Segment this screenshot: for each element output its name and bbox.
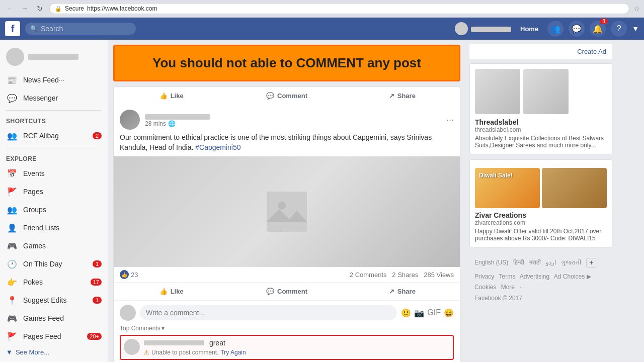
comment-label: Comment bbox=[277, 288, 307, 295]
post-stats: 👍 23 2 Comments 2 Shares 285 Views bbox=[114, 267, 460, 283]
address-bar[interactable]: 🔒 Secure https://www.facebook.com bbox=[49, 3, 629, 14]
top-comment-button[interactable]: 💬 Comment bbox=[229, 89, 344, 103]
profile-nav[interactable] bbox=[455, 22, 511, 35]
ad-image-row bbox=[475, 69, 607, 114]
share-button[interactable]: ↗ Share bbox=[345, 285, 460, 298]
post-hashtag[interactable]: #Capgemini50 bbox=[195, 143, 240, 151]
ad-card-threadslabel: Threadslabel threadslabel.com Absolutely… bbox=[469, 63, 612, 154]
comment-body: great ⚠ Unable to post comment. Try Agai… bbox=[144, 339, 450, 356]
footer-privacy-link[interactable]: Privacy bbox=[474, 273, 494, 280]
add-language-button[interactable]: + bbox=[586, 258, 596, 268]
camera-icon[interactable]: 📷 bbox=[414, 308, 424, 318]
search-bar[interactable]: 🔍 bbox=[25, 23, 136, 35]
groups-icon: 👥 bbox=[6, 204, 18, 216]
sidebar-item-games-feed[interactable]: 🎮 Games Feed bbox=[0, 309, 108, 327]
search-input[interactable] bbox=[41, 25, 126, 33]
help-nav-icon[interactable]: ? bbox=[611, 21, 627, 37]
notifications-nav-icon[interactable]: 🔔 8 bbox=[590, 21, 606, 37]
post-likes: 👍 23 bbox=[120, 270, 138, 279]
error-warning-icon: ⚠ bbox=[144, 349, 149, 356]
sidebar-item-events[interactable]: 📅 Events bbox=[0, 164, 108, 183]
lang-english[interactable]: English (US) bbox=[474, 257, 508, 268]
sticker-icon[interactable]: 😄 bbox=[444, 308, 454, 318]
sidebar-news-feed-section: 📰 News Feed ··· 💬 Messenger bbox=[0, 71, 108, 107]
top-like-button[interactable]: 👍 Like bbox=[114, 89, 229, 103]
rcf-alibag-icon: 👥 bbox=[6, 130, 18, 142]
post-top-actions: 👍 Like 💬 Comment ↗ Share bbox=[114, 87, 460, 105]
lang-hindi[interactable]: हिन्दी bbox=[513, 257, 524, 268]
gif-icon[interactable]: GIF bbox=[427, 308, 441, 318]
ad2-description: Happy Diwali! Offer valid till 20th Oct,… bbox=[475, 228, 607, 242]
news-feed-header: 📰 News Feed ··· bbox=[0, 71, 108, 89]
post-more-button[interactable]: ··· bbox=[446, 115, 454, 125]
footer-cookies-link[interactable]: Cookies bbox=[474, 284, 496, 291]
post-card: 👍 Like 💬 Comment ↗ Share bbox=[113, 86, 460, 362]
sidebar-pages-feed-label: Pages Feed bbox=[23, 332, 82, 340]
sidebar-pokes-label: Pokes bbox=[23, 278, 86, 286]
back-button[interactable]: ← bbox=[4, 3, 15, 14]
sidebar-item-rcf-alibag[interactable]: 👥 RCF Alibag 2 bbox=[0, 127, 108, 145]
create-ad-label: Create Ad bbox=[577, 48, 606, 55]
footer-more-link[interactable]: More bbox=[501, 284, 515, 291]
top-comments-label: Top Comments ▾ bbox=[120, 325, 454, 332]
sidebar-item-games[interactable]: 🎮 Games bbox=[0, 237, 108, 255]
facebook-header: f 🔍 Home 👥 💬 🔔 8 ? ▼ bbox=[0, 18, 644, 40]
footer-terms-link[interactable]: Terms bbox=[499, 273, 515, 280]
news-feed-more-icon[interactable]: ··· bbox=[59, 76, 65, 84]
post-content: Our commitment to ethical practice is on… bbox=[114, 133, 460, 156]
on-this-day-icon: 🕐 bbox=[6, 258, 18, 270]
secure-label: Secure bbox=[65, 5, 84, 12]
comment-bubble-icon: 💬 bbox=[266, 92, 274, 100]
banner-text: You should not able to COMMENT any post bbox=[152, 55, 421, 70]
footer-advertising-link[interactable]: Advertising bbox=[520, 273, 549, 280]
see-more-label: See More... bbox=[16, 348, 49, 356]
left-sidebar: 📰 News Feed ··· 💬 Messenger Shortcuts 👥 … bbox=[0, 40, 108, 362]
friend-lists-icon: 👤 bbox=[6, 222, 18, 234]
comment-user-avatar bbox=[120, 305, 136, 321]
friends-nav-icon[interactable]: 👥 bbox=[547, 21, 564, 37]
lang-marathi[interactable]: मराठी bbox=[529, 257, 541, 268]
create-ad-bar[interactable]: Create Ad bbox=[469, 44, 612, 59]
see-more-button[interactable]: ▼ See More... bbox=[0, 345, 108, 359]
sidebar-item-news-feed[interactable]: 📰 News Feed bbox=[6, 74, 59, 86]
browser-chrome: ← → ↻ 🔒 Secure https://www.facebook.com … bbox=[0, 0, 644, 18]
sidebar-item-friend-lists[interactable]: 👤 Friend Lists bbox=[0, 219, 108, 237]
sidebar-item-groups[interactable]: 👥 Groups bbox=[0, 201, 108, 219]
like-button[interactable]: 👍 Like bbox=[114, 285, 229, 298]
sidebar-item-messenger[interactable]: 💬 Messenger bbox=[0, 89, 108, 107]
profile-avatar bbox=[455, 22, 468, 35]
ad2-title: Zivar Creations bbox=[475, 211, 607, 219]
sidebar-games-label: Games bbox=[23, 242, 102, 250]
profile-name-bar bbox=[471, 25, 511, 33]
home-nav-button[interactable]: Home bbox=[516, 24, 542, 34]
share-label: Share bbox=[397, 288, 416, 295]
sidebar-profile[interactable] bbox=[0, 45, 108, 71]
footer-ad-choices-link[interactable]: Ad Choices ▶ bbox=[554, 273, 591, 280]
like-thumb-icon: 👍 bbox=[159, 92, 168, 100]
sidebar-item-suggest-edits[interactable]: 📍 Suggest Edits 1 bbox=[0, 291, 108, 309]
lang-gujarati[interactable]: ગુજરાતી bbox=[561, 257, 581, 268]
comment-input[interactable]: Write a comment... bbox=[140, 305, 397, 320]
messenger-nav-icon[interactable]: 💬 bbox=[569, 21, 585, 37]
post-author-avatar[interactable] bbox=[120, 110, 140, 130]
forward-button[interactable]: → bbox=[19, 3, 30, 14]
lang-urdu[interactable]: اردو bbox=[546, 257, 556, 268]
header-dropdown-button[interactable]: ▼ bbox=[632, 25, 639, 33]
reload-button[interactable]: ↻ bbox=[34, 3, 45, 14]
pokes-badge: 17 bbox=[91, 279, 102, 286]
comment-button[interactable]: 💬 Comment bbox=[229, 285, 344, 298]
share-arrow-icon: ↗ bbox=[389, 288, 394, 295]
bell-icon: 🔔 bbox=[593, 24, 603, 34]
bookmark-star-icon[interactable]: ☆ bbox=[633, 5, 640, 13]
sidebar-item-on-this-day[interactable]: 🕐 On This Day 1 bbox=[0, 255, 108, 273]
top-share-button[interactable]: ↗ Share bbox=[345, 89, 460, 103]
like-label: Like bbox=[171, 92, 184, 100]
facebook-logo: f bbox=[5, 21, 20, 36]
emoji-icon[interactable]: 🙂 bbox=[401, 308, 411, 318]
author-name-bar bbox=[145, 114, 210, 120]
sidebar-item-pokes[interactable]: 👉 Pokes 17 bbox=[0, 273, 108, 291]
friends-icon: 👥 bbox=[550, 24, 560, 34]
sidebar-item-pages[interactable]: 🚩 Pages bbox=[0, 183, 108, 201]
try-again-link[interactable]: Try Again bbox=[220, 349, 246, 356]
sidebar-item-pages-feed[interactable]: 🚩 Pages Feed 20+ bbox=[0, 327, 108, 345]
